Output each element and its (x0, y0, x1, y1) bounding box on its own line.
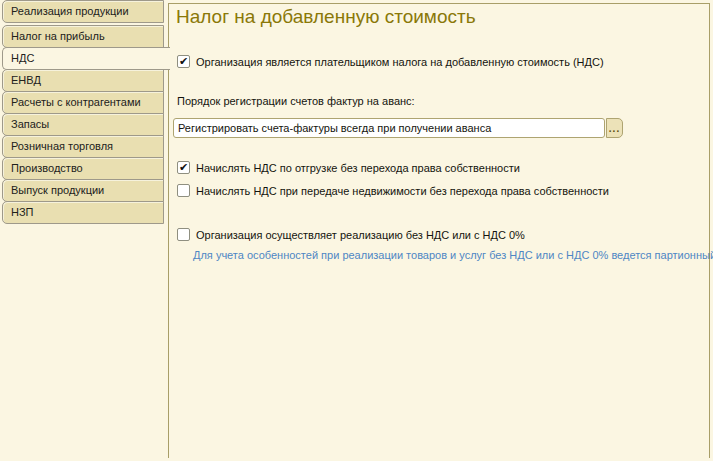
sidebar-tab-inventory[interactable]: Запасы (2, 113, 164, 136)
checkbox-row-vat-on-shipment: ✔ Начислять НДС по отгрузке без перехода… (177, 161, 520, 174)
vat-real-estate-checkbox[interactable] (177, 184, 190, 197)
sidebar-tab-income-tax[interactable]: Налог на прибыль (2, 25, 164, 48)
checkbox-row-vat-real-estate: Начислять НДС при передаче недвижимости … (177, 184, 609, 197)
vat-payer-checkbox-label: Организация является плательщиком налога… (196, 56, 604, 68)
sidebar-tab-product-sales[interactable]: Реализация продукции (2, 0, 164, 23)
vat-settings-window: Налог на прибыль НДС ЕНВД Расчеты с конт… (0, 0, 713, 461)
vat-payer-checkbox[interactable]: ✔ (177, 55, 190, 68)
page-title: Налог на добавленную стоимость (176, 6, 476, 28)
checkbox-row-vat-payer: ✔ Организация является плательщиком нало… (177, 55, 604, 68)
sidebar-tab-product-output[interactable]: Выпуск продукции (2, 179, 164, 202)
zero-vat-sales-checkbox-label: Организация осуществляет реализацию без … (196, 229, 525, 241)
zero-vat-note: Для учета особенностей при реализации то… (193, 249, 713, 261)
checkbox-row-zero-vat-sales: Организация осуществляет реализацию без … (177, 228, 525, 241)
sidebar-tab-vat[interactable]: НДС (2, 47, 170, 70)
invoice-order-label: Порядок регистрации счетов фактур на ава… (177, 95, 415, 107)
invoice-order-browse-button[interactable]: ... (606, 118, 623, 138)
sidebar-tab-wip[interactable]: НЗП (2, 201, 164, 224)
sidebar-tab-envd[interactable]: ЕНВД (2, 69, 164, 92)
sidebar-tab-production[interactable]: Производство (2, 157, 164, 180)
vat-real-estate-checkbox-label: Начислять НДС при передаче недвижимости … (196, 185, 609, 197)
vat-on-shipment-checkbox-label: Начислять НДС по отгрузке без перехода п… (196, 162, 520, 174)
sidebar-tab-retail[interactable]: Розничная торговля (2, 135, 164, 158)
zero-vat-sales-checkbox[interactable] (177, 228, 190, 241)
invoice-order-input[interactable] (173, 118, 605, 138)
vat-on-shipment-checkbox[interactable]: ✔ (177, 161, 190, 174)
sidebar-tab-counterparty-settlements[interactable]: Расчеты с контрагентами (2, 91, 164, 114)
